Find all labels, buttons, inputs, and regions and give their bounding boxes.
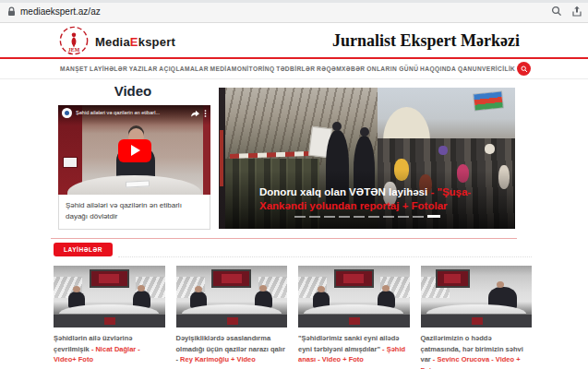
nav-item-mediamonitorinq[interactable]: MEDİAMONİTORİNQ <box>210 65 275 72</box>
nav-item-reqemxeber[interactable]: RƏQƏMXƏBƏR <box>317 65 365 72</box>
play-icon <box>131 145 140 156</box>
nav-item-aciqlamalar[interactable]: AÇIQLAMALAR <box>159 65 208 72</box>
carousel-dash[interactable] <box>309 216 320 218</box>
section-divider <box>51 238 517 239</box>
video-section-heading: Video <box>54 83 212 99</box>
card-caption[interactable]: Dəyişikliklərdə əsaslandırma olmadığı üç… <box>176 333 288 365</box>
project-card[interactable]: Qazilərimizin o həddə çatmasında, hər bi… <box>421 266 533 369</box>
lock-icon[interactable] <box>7 6 16 17</box>
video-title[interactable]: Şəhid ailələri və qazilərin ən etibarl..… <box>76 108 186 118</box>
carousel-dash[interactable] <box>427 215 440 218</box>
carousel-dash[interactable] <box>354 216 365 218</box>
search-button[interactable] <box>517 62 531 76</box>
card-thumbnail[interactable] <box>298 266 410 327</box>
nav-item-qanunvericilik[interactable]: QANUNVERİCİLİK <box>458 65 515 72</box>
featured-carousel[interactable]: Donoru xalq olan VƏTƏN layihəsi - "Şuşa-… <box>219 88 515 229</box>
channel-avatar[interactable] <box>62 108 72 118</box>
main-nav: MANŞET LAYİHƏLƏR YAZILAR AÇIQLAMALAR MED… <box>0 57 588 79</box>
carousel-dash[interactable] <box>294 216 306 218</box>
video-title-overlay: Şəhid ailələri və qazilərin ən etibarl..… <box>58 105 210 125</box>
card-caption[interactable]: Qazilərimizin o həddə çatmasında, hər bi… <box>421 333 533 369</box>
share-icon[interactable] <box>571 6 582 17</box>
carousel-dash[interactable] <box>398 216 409 218</box>
search-icon <box>521 65 528 73</box>
project-card[interactable]: Şəhidlərin ailə üzvlərinə çevrilmişik - … <box>54 266 165 369</box>
nav-item-layiheler[interactable]: LAYİHƏLƏR <box>90 65 127 72</box>
zoom-icon[interactable] <box>551 6 562 17</box>
nav-item-tedbirler[interactable]: TƏDBİRLƏR <box>276 65 315 72</box>
projects-section-badge[interactable]: LAYİHƏLƏR <box>54 243 113 256</box>
nav-item-onlarin-gunu[interactable]: ONLARIN GÜNÜ <box>366 65 418 72</box>
browser-address-bar[interactable]: mediaekspert.az/az <box>0 0 588 23</box>
video-player[interactable]: Şəhid ailələri və qazilərin ən etibarl..… <box>58 105 210 195</box>
nav-item-haqqinda[interactable]: HAQQINDA <box>420 65 456 72</box>
project-card[interactable]: Dəyişikliklərdə əsaslandırma olmadığı üç… <box>176 266 288 369</box>
carousel-dash[interactable] <box>368 216 379 218</box>
card-thumbnail[interactable] <box>54 266 165 327</box>
site-title: Jurnalist Ekspert Mərkəzi <box>332 31 520 51</box>
project-card[interactable]: "Şəhidlərimiz sanki eyni ailədə eyni tər… <box>298 266 410 369</box>
logo-acronym: JEM <box>68 47 80 53</box>
carousel-dash[interactable] <box>413 216 424 218</box>
site-logo[interactable]: JEM <box>58 25 90 56</box>
azerbaijan-flag <box>474 91 503 110</box>
card-thumbnail[interactable] <box>421 266 533 327</box>
carousel-dash[interactable] <box>383 216 394 218</box>
card-caption[interactable]: Şəhidlərin ailə üzvlərinə çevrilmişik - … <box>54 333 165 365</box>
brand-name[interactable]: MediaEkspert <box>95 35 175 49</box>
nav-item-manset[interactable]: MANŞET <box>60 65 88 72</box>
play-button[interactable] <box>118 139 151 162</box>
nav-item-yazilar[interactable]: YAZILAR <box>129 65 158 72</box>
kebab-menu-icon[interactable] <box>204 109 207 118</box>
card-thumbnail[interactable] <box>176 266 288 327</box>
section-dotted-line <box>118 256 532 257</box>
projects-card-grid: Şəhidlərin ailə üzvlərinə çevrilmişik - … <box>54 266 532 369</box>
carousel-dash[interactable] <box>324 216 335 218</box>
card-caption[interactable]: "Şəhidlərimiz sanki eyni ailədə eyni tər… <box>298 333 410 365</box>
video-share-icon[interactable] <box>190 109 200 117</box>
video-caption[interactable]: Şəhid ailələri və qazilərin ən etibarlı … <box>58 195 210 230</box>
page: mediaekspert.az/az JEM MediaEkspert Jurn… <box>0 0 588 369</box>
carousel-dash[interactable] <box>339 216 350 218</box>
address-url[interactable]: mediaekspert.az/az <box>20 0 101 23</box>
carousel-dots <box>219 208 515 224</box>
